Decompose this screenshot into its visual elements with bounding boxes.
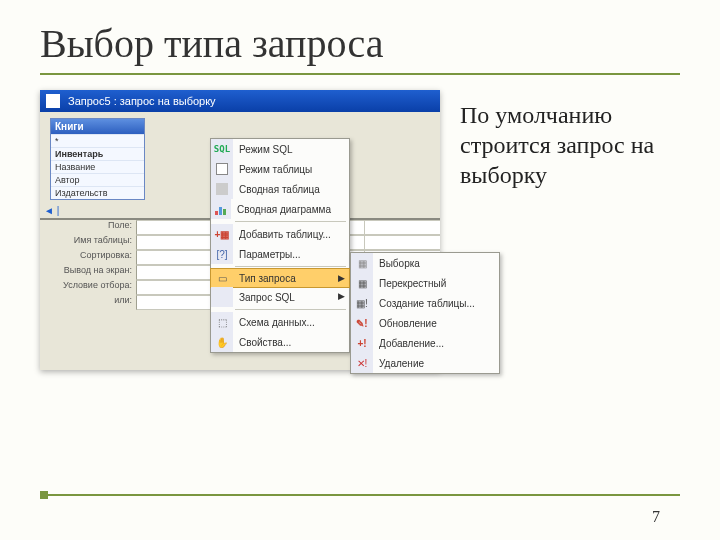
grid-cell[interactable] xyxy=(364,235,440,250)
field-star[interactable]: * xyxy=(51,134,144,147)
gridlabel-sort: Сортировка: xyxy=(40,250,136,265)
pivottable-icon xyxy=(211,179,233,199)
chart-icon xyxy=(211,199,231,219)
datasheet-icon xyxy=(211,159,233,179)
menu-item-addtable[interactable]: +▦Добавить таблицу... xyxy=(211,224,349,244)
submenu-item-delete[interactable]: ✕!Удаление xyxy=(351,353,499,373)
gridlabel-show: Вывод на экран: xyxy=(40,265,136,280)
slide-body: По умолчанию строится запрос на выборку xyxy=(460,100,690,190)
field-item[interactable]: Название xyxy=(51,160,144,173)
addtable-icon: +▦ xyxy=(211,224,233,244)
querytype-submenu: ▦Выборка ▦Перекрестный ▦!Создание таблиц… xyxy=(350,252,500,374)
access-window: Запрос5 : запрос на выборку Книги * Инве… xyxy=(40,90,440,370)
footer-rule xyxy=(40,494,680,496)
menu-item-parameters[interactable]: [?]Параметры... xyxy=(211,244,349,264)
gridlabel-criteria: Условие отбора: xyxy=(40,280,136,295)
page-number: 7 xyxy=(652,508,660,526)
gridlabel-field: Поле: xyxy=(40,220,136,235)
context-menu: SQLРежим SQL Режим таблицы Сводная табли… xyxy=(210,138,350,353)
menu-item-datasheet[interactable]: Режим таблицы xyxy=(211,159,349,179)
menu-item-properties[interactable]: ✋Свойства... xyxy=(211,332,349,352)
footer-bullet-icon xyxy=(40,491,48,499)
submenu-item-append[interactable]: +!Добавление... xyxy=(351,333,499,353)
select-query-icon: ▦ xyxy=(351,253,373,273)
menu-item-pivotchart[interactable]: Сводная диаграмма xyxy=(211,199,349,219)
menu-separator xyxy=(235,221,346,222)
submenu-item-select[interactable]: ▦Выборка xyxy=(351,253,499,273)
gridlabel-table: Имя таблицы: xyxy=(40,235,136,250)
submenu-item-maketable[interactable]: ▦!Создание таблицы... xyxy=(351,293,499,313)
append-icon: +! xyxy=(351,333,373,353)
menu-item-relationships[interactable]: ⬚Схема данных... xyxy=(211,312,349,332)
submenu-item-crosstab[interactable]: ▦Перекрестный xyxy=(351,273,499,293)
maketable-icon: ▦! xyxy=(351,293,373,313)
menu-item-pivottable[interactable]: Сводная таблица xyxy=(211,179,349,199)
properties-icon: ✋ xyxy=(211,332,233,352)
update-icon: ✎! xyxy=(351,313,373,333)
parameters-icon: [?] xyxy=(211,244,233,264)
window-title: Запрос5 : запрос на выборку xyxy=(68,95,216,107)
grid-cell[interactable] xyxy=(136,295,212,310)
gridlabel-or: или: xyxy=(40,295,136,310)
grid-cell[interactable] xyxy=(136,280,212,295)
menu-item-sqlquery[interactable]: Запрос SQL▶ xyxy=(211,287,349,307)
app-icon xyxy=(46,94,60,108)
grid-cell[interactable] xyxy=(136,265,212,280)
table-name: Книги xyxy=(51,119,144,134)
submenu-item-update[interactable]: ✎!Обновление xyxy=(351,313,499,333)
grid-cell[interactable] xyxy=(364,220,440,235)
crosstab-icon: ▦ xyxy=(351,273,373,293)
delete-icon: ✕! xyxy=(351,353,373,373)
table-fieldlist[interactable]: Книги * Инвентарь Название Автор Издател… xyxy=(50,118,145,200)
sql-icon: SQL xyxy=(211,139,233,159)
submenu-arrow-icon: ▶ xyxy=(338,273,345,283)
querytype-icon: ▭ xyxy=(211,268,233,288)
field-item[interactable]: Издательств xyxy=(51,186,144,199)
grid-cell[interactable] xyxy=(136,250,212,265)
record-nav[interactable]: ◄ | xyxy=(44,205,59,216)
submenu-arrow-icon: ▶ xyxy=(338,291,345,301)
window-titlebar: Запрос5 : запрос на выборку xyxy=(40,90,440,112)
slide-title: Выбор типа запроса xyxy=(40,20,680,75)
menu-item-sqlview[interactable]: SQLРежим SQL xyxy=(211,139,349,159)
relationships-icon: ⬚ xyxy=(211,312,233,332)
field-item[interactable]: Автор xyxy=(51,173,144,186)
field-item[interactable]: Инвентарь xyxy=(51,147,144,160)
menu-item-querytype[interactable]: ▭Тип запроса▶ xyxy=(210,268,350,288)
grid-cell[interactable] xyxy=(136,235,212,250)
sqlquery-icon xyxy=(211,287,233,307)
menu-separator xyxy=(235,309,346,310)
grid-cell[interactable] xyxy=(136,220,212,235)
menu-separator xyxy=(235,266,346,267)
